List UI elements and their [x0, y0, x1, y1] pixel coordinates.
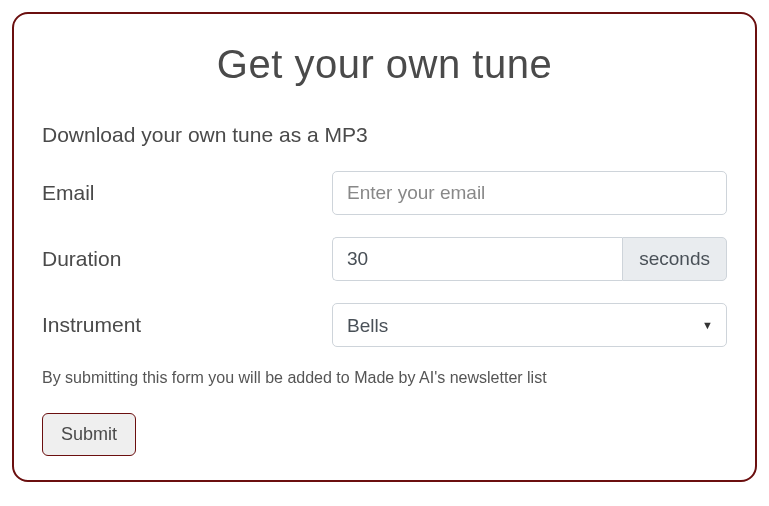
email-label: Email	[42, 181, 332, 205]
page-title: Get your own tune	[42, 42, 727, 87]
instrument-row: Instrument Bells ▼	[42, 303, 727, 347]
duration-control: seconds	[332, 237, 727, 281]
instrument-select-wrap: Bells ▼	[332, 303, 727, 347]
email-row: Email	[42, 171, 727, 215]
subtitle: Download your own tune as a MP3	[42, 123, 727, 147]
submit-button[interactable]: Submit	[42, 413, 136, 456]
instrument-control: Bells ▼	[332, 303, 727, 347]
email-control	[332, 171, 727, 215]
duration-unit: seconds	[622, 237, 727, 281]
duration-label: Duration	[42, 247, 332, 271]
email-field[interactable]	[332, 171, 727, 215]
disclaimer-text: By submitting this form you will be adde…	[42, 369, 727, 387]
instrument-select[interactable]: Bells	[332, 303, 727, 347]
duration-row: Duration seconds	[42, 237, 727, 281]
instrument-label: Instrument	[42, 313, 332, 337]
form-card: Get your own tune Download your own tune…	[12, 12, 757, 482]
duration-input-group: seconds	[332, 237, 727, 281]
duration-field[interactable]	[332, 237, 622, 281]
